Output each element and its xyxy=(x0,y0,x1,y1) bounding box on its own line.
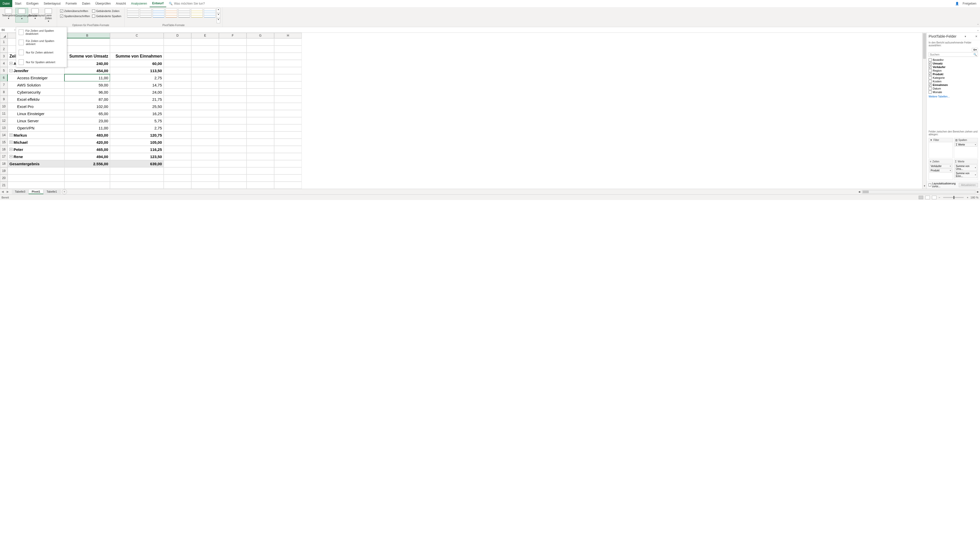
cell[interactable] xyxy=(110,46,164,53)
cell[interactable]: 2,75 xyxy=(110,74,164,81)
defer-checkbox[interactable] xyxy=(929,183,931,186)
dropdown-item-2[interactable]: Nur für Zeilen aktiviert xyxy=(16,48,67,57)
cell[interactable]: 21,75 xyxy=(110,95,164,103)
field-bestellnr[interactable]: Bestellnr xyxy=(929,58,978,61)
zoom-slider[interactable] xyxy=(943,197,964,198)
cell[interactable] xyxy=(219,138,247,146)
cell[interactable] xyxy=(164,110,191,117)
cell[interactable] xyxy=(191,175,219,181)
row-header[interactable]: 15 xyxy=(0,138,8,146)
cell[interactable] xyxy=(164,117,191,124)
cell[interactable]: Linux Server xyxy=(8,117,64,124)
row-header[interactable]: 13 xyxy=(0,124,8,132)
collapse-ribbon-icon[interactable]: ⌃ xyxy=(977,24,979,26)
sheet-tab-pivot1[interactable]: Pivot1 xyxy=(29,189,43,194)
cell[interactable] xyxy=(219,53,247,60)
cell[interactable] xyxy=(247,181,274,189)
tab-überprüfen[interactable]: Überprüfen xyxy=(93,0,113,7)
zoom-out-button[interactable]: − xyxy=(939,196,940,199)
cell[interactable] xyxy=(8,175,64,181)
cell[interactable]: 2,75 xyxy=(110,124,164,132)
cell[interactable] xyxy=(191,60,219,67)
dropdown-item-3[interactable]: Nur für Spalten aktiviert xyxy=(16,57,67,67)
cell[interactable] xyxy=(219,81,247,89)
cell[interactable]: 25,50 xyxy=(110,103,164,110)
field-search-input[interactable] xyxy=(929,52,978,57)
cell[interactable] xyxy=(64,181,110,189)
tab-start[interactable]: Start xyxy=(12,0,24,7)
zone-values[interactable]: ΣWerteSumme von Ums...Summe von Einn... xyxy=(954,159,978,180)
col-header-E[interactable]: E xyxy=(191,33,219,38)
tell-me[interactable]: 🔍 Was möchten Sie tun? xyxy=(169,2,205,5)
cell[interactable]: 11,00 xyxy=(64,124,110,132)
cell[interactable] xyxy=(164,60,191,67)
cell[interactable]: Excel Pro xyxy=(8,103,64,110)
zoom-in-button[interactable]: + xyxy=(967,196,968,199)
cell[interactable] xyxy=(247,117,274,124)
cell[interactable] xyxy=(191,95,219,103)
pivot-style-2[interactable] xyxy=(153,8,164,17)
cell[interactable] xyxy=(191,89,219,95)
cell[interactable]: 120,75 xyxy=(110,132,164,138)
cell[interactable] xyxy=(164,81,191,89)
cell[interactable] xyxy=(191,160,219,167)
cell[interactable]: 639,00 xyxy=(110,160,164,167)
scroll-down-icon[interactable]: ▼ xyxy=(923,185,927,189)
expand-icon[interactable]: − xyxy=(10,69,13,72)
cell[interactable] xyxy=(164,153,191,160)
cell[interactable]: 454,00 xyxy=(64,67,110,74)
cell[interactable] xyxy=(274,132,302,138)
cell[interactable] xyxy=(274,146,302,153)
cell[interactable] xyxy=(274,38,302,46)
cell[interactable] xyxy=(219,67,247,74)
cell[interactable] xyxy=(247,110,274,117)
zone-filter[interactable]: ▼Filter xyxy=(929,138,953,158)
cell[interactable] xyxy=(191,146,219,153)
cell[interactable] xyxy=(247,38,274,46)
cell[interactable] xyxy=(274,89,302,95)
cell[interactable]: +Michael xyxy=(8,138,64,146)
cell[interactable] xyxy=(164,175,191,181)
cell[interactable] xyxy=(164,95,191,103)
tab-formeln[interactable]: Formeln xyxy=(63,0,80,7)
cell[interactable]: Summe von Umsatz xyxy=(64,53,110,60)
cell[interactable] xyxy=(274,175,302,181)
sheet-nav-left-icon[interactable]: ◀ xyxy=(0,190,5,193)
cell[interactable]: 60,00 xyxy=(110,60,164,67)
cell[interactable]: Cybersecurity xyxy=(8,89,64,95)
cell[interactable]: Linux Einsteiger xyxy=(8,110,64,117)
cell[interactable] xyxy=(191,167,219,175)
zone-item[interactable]: Summe von Einn... xyxy=(955,171,977,178)
cell[interactable] xyxy=(247,74,274,81)
cell[interactable] xyxy=(219,175,247,181)
cell[interactable] xyxy=(219,89,247,95)
cell[interactable] xyxy=(164,89,191,95)
col-headers-checkbox[interactable]: Spaltenüberschriften xyxy=(60,14,90,17)
row-header[interactable]: 8 xyxy=(0,89,8,95)
more-tables-link[interactable]: Weitere Tabellen... xyxy=(927,95,980,99)
zone-rows[interactable]: ≡ZeilenVerkäuferProdukt xyxy=(929,159,953,180)
row-header[interactable]: 21 xyxy=(0,181,8,189)
expand-icon[interactable]: + xyxy=(10,134,13,137)
sheet-tab-tabelle3[interactable]: Tabelle3 xyxy=(12,189,29,194)
cell[interactable] xyxy=(164,67,191,74)
zoom-level[interactable]: 180 % xyxy=(970,196,978,199)
cell[interactable]: +Rene xyxy=(8,153,64,160)
pane-options-icon[interactable]: ▾ xyxy=(964,35,967,38)
cell[interactable] xyxy=(191,117,219,124)
cell[interactable] xyxy=(219,181,247,189)
cell[interactable] xyxy=(164,167,191,175)
cell[interactable] xyxy=(164,103,191,110)
cell[interactable]: 59,00 xyxy=(64,81,110,89)
cell[interactable]: −Jennifer xyxy=(8,67,64,74)
gallery-up-icon[interactable]: ▴ xyxy=(216,8,220,13)
cell[interactable] xyxy=(247,81,274,89)
field-kategorie[interactable]: Kategorie xyxy=(929,76,978,79)
cell[interactable] xyxy=(64,175,110,181)
select-all-corner[interactable] xyxy=(0,33,8,38)
banded-cols-checkbox[interactable]: Gebänderte Spalten xyxy=(92,14,121,17)
cell[interactable] xyxy=(219,146,247,153)
cell[interactable]: 123,50 xyxy=(110,153,164,160)
cell[interactable] xyxy=(191,67,219,74)
cell[interactable] xyxy=(164,146,191,153)
